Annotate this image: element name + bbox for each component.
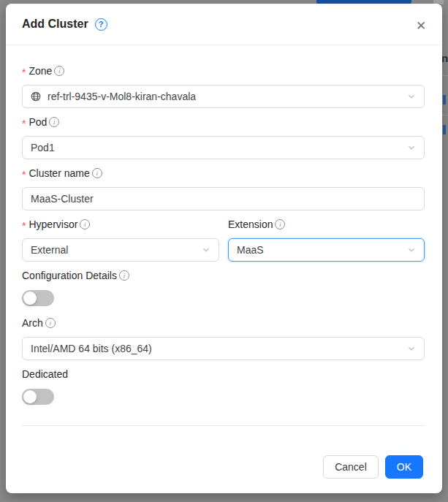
zone-label: * Zone i: [22, 63, 425, 79]
info-icon[interactable]: i: [80, 219, 90, 229]
configuration-details-label-text: Configuration Details: [22, 267, 117, 284]
form-item-extension: Extension i MaaS: [228, 216, 425, 262]
info-icon[interactable]: i: [45, 318, 56, 328]
cluster-name-input[interactable]: [22, 187, 425, 210]
dedicated-label-text: Dedicated: [22, 366, 68, 382]
background-table-row-line: [442, 115, 448, 115]
modal-body: * Zone i ref-trl-9435-v-Mol8-kiran-chava…: [6, 45, 442, 426]
configuration-details-label: Configuration Details i: [22, 267, 425, 284]
arch-label-text: Arch: [22, 315, 43, 331]
modal-title-text: Add Cluster: [22, 18, 88, 31]
required-mark: *: [22, 118, 26, 129]
background-clipped-text: n: [441, 52, 448, 65]
chevron-down-icon: [407, 246, 416, 254]
hypervisor-select-value: External: [31, 244, 68, 256]
ok-button[interactable]: OK: [385, 455, 423, 479]
info-icon[interactable]: i: [119, 270, 129, 281]
configuration-details-toggle[interactable]: [22, 290, 54, 306]
form-item-pod: * Pod i Pod1: [22, 114, 425, 159]
toggle-knob: [23, 292, 37, 305]
arch-select[interactable]: Intel/AMD 64 bits (x86_64): [22, 337, 425, 360]
modal-header: Add Cluster ? ✕: [6, 4, 442, 45]
info-icon[interactable]: i: [54, 66, 64, 76]
cancel-button[interactable]: Cancel: [323, 455, 379, 479]
required-mark: *: [22, 170, 26, 180]
dedicated-label: Dedicated: [22, 366, 425, 382]
form-item-dedicated: Dedicated: [22, 366, 425, 405]
form-row-hypervisor-extension: * Hypervisor i External Extension i: [22, 216, 425, 262]
background-table-row-line: [442, 75, 448, 76]
arch-label: Arch i: [22, 315, 425, 331]
chevron-down-icon: [407, 143, 416, 152]
info-icon[interactable]: i: [275, 219, 285, 229]
zone-label-text: Zone: [29, 63, 52, 79]
form-item-arch: Arch i Intel/AMD 64 bits (x86_64): [22, 315, 425, 360]
extension-select-value: MaaS: [237, 244, 264, 256]
zone-select-value: ref-trl-9435-v-Mol8-kiran-chavala: [48, 91, 196, 102]
background-link-fragment: [443, 125, 446, 134]
required-mark: *: [22, 67, 26, 77]
pod-label: * Pod i: [22, 114, 425, 130]
zone-select[interactable]: ref-trl-9435-v-Mol8-kiran-chavala: [22, 85, 425, 108]
extension-label-text: Extension: [228, 216, 273, 232]
chevron-down-icon: [202, 246, 210, 254]
modal-footer: Cancel OK: [323, 455, 423, 479]
background-link-fragment: [443, 95, 446, 104]
arch-select-value: Intel/AMD 64 bits (x86_64): [31, 343, 152, 354]
info-icon[interactable]: i: [49, 117, 59, 127]
required-mark: *: [22, 221, 26, 231]
pod-label-text: Pod: [29, 114, 47, 130]
page: n Add Cluster ? ✕ * Zone i: [0, 0, 448, 502]
close-icon[interactable]: ✕: [414, 19, 428, 34]
chevron-down-icon: [407, 344, 416, 353]
extension-select[interactable]: MaaS: [228, 238, 425, 262]
form-item-zone: * Zone i ref-trl-9435-v-Mol8-kiran-chava…: [22, 63, 425, 108]
modal-title: Add Cluster ?: [22, 18, 107, 31]
globe-icon: [31, 91, 41, 102]
form-item-configuration-details: Configuration Details i: [22, 267, 425, 306]
cluster-name-label-text: Cluster name: [29, 165, 89, 181]
form-item-cluster-name: * Cluster name i: [22, 165, 425, 210]
hypervisor-label-text: Hypervisor: [29, 216, 77, 232]
cluster-name-label: * Cluster name i: [22, 165, 425, 181]
info-icon[interactable]: i: [92, 168, 102, 178]
form-item-hypervisor: * Hypervisor i External: [22, 216, 219, 262]
footer-divider: [22, 425, 425, 426]
dedicated-toggle[interactable]: [22, 389, 54, 405]
help-icon[interactable]: ?: [95, 18, 107, 31]
hypervisor-label: * Hypervisor i: [22, 216, 219, 232]
pod-select-value: Pod1: [31, 142, 55, 153]
toggle-knob: [23, 390, 37, 403]
pod-select[interactable]: Pod1: [22, 136, 425, 159]
extension-label: Extension i: [228, 216, 425, 232]
hypervisor-select[interactable]: External: [22, 238, 219, 262]
chevron-down-icon: [407, 92, 416, 101]
add-cluster-modal: Add Cluster ? ✕ * Zone i: [6, 4, 442, 493]
